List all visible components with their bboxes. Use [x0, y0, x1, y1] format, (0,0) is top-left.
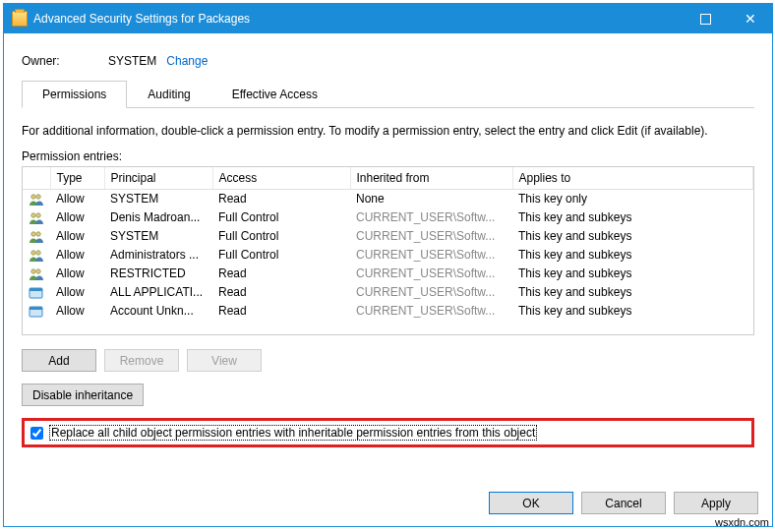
entries-label: Permission entries: — [22, 149, 754, 163]
cell-inherited-from: CURRENT_USER\Softw... — [350, 283, 512, 302]
cell-type: Allow — [50, 246, 104, 265]
cell-applies-to: This key and subkeys — [512, 283, 753, 302]
cell-applies-to: This key and subkeys — [512, 246, 753, 265]
entry-buttons: Add Remove View — [22, 349, 754, 372]
permission-table[interactable]: Type Principal Access Inherited from App… — [22, 166, 754, 335]
svg-point-6 — [31, 251, 35, 255]
table-row[interactable]: AllowSYSTEMFull ControlCURRENT_USER\Soft… — [23, 227, 753, 246]
table-row[interactable]: AllowALL APPLICATI...ReadCURRENT_USER\So… — [23, 283, 753, 302]
change-owner-link[interactable]: Change — [166, 54, 208, 68]
view-button[interactable]: View — [187, 349, 262, 372]
app-icon — [29, 305, 44, 319]
col-inherited-from[interactable]: Inherited from — [350, 167, 512, 190]
disable-inheritance-button[interactable]: Disable inheritance — [22, 384, 144, 406]
tab-effective-access[interactable]: Effective Access — [211, 81, 338, 108]
tab-auditing[interactable]: Auditing — [127, 81, 210, 108]
svg-point-7 — [36, 251, 40, 255]
cell-access: Read — [212, 190, 350, 208]
replace-entries-label[interactable]: Replace all child object permission entr… — [49, 425, 537, 441]
app-icon — [29, 286, 44, 300]
table-row[interactable]: AllowAccount Unkn...ReadCURRENT_USER\Sof… — [23, 302, 753, 321]
cell-inherited-from: CURRENT_USER\Softw... — [350, 246, 512, 265]
cell-inherited-from: None — [350, 190, 512, 208]
svg-point-2 — [31, 213, 35, 217]
cell-principal: Administrators ... — [104, 246, 212, 265]
cell-access: Read — [212, 283, 350, 302]
cell-access: Read — [212, 265, 350, 283]
cell-type: Allow — [50, 227, 104, 246]
col-type[interactable]: Type — [50, 167, 104, 190]
apply-button[interactable]: Apply — [674, 492, 758, 514]
watermark: wsxdn.com — [715, 516, 769, 528]
group-icon — [29, 230, 44, 244]
svg-point-8 — [31, 269, 35, 273]
cell-applies-to: This key and subkeys — [512, 265, 753, 283]
group-icon — [29, 267, 44, 281]
cell-access: Full Control — [212, 208, 350, 227]
table-row[interactable]: AllowDenis Madroan...Full ControlCURRENT… — [23, 208, 753, 227]
content-area: Owner: SYSTEM Change Permissions Auditin… — [4, 33, 772, 482]
system-buttons: ✕ — [639, 4, 772, 33]
minimize-button[interactable] — [639, 4, 684, 33]
cell-type: Allow — [50, 190, 104, 208]
table-row[interactable]: AllowRESTRICTEDReadCURRENT_USER\Softw...… — [23, 265, 753, 283]
svg-rect-11 — [30, 288, 42, 291]
cell-inherited-from: CURRENT_USER\Softw... — [350, 302, 512, 321]
table-row[interactable]: AllowSYSTEMReadNoneThis key only — [23, 190, 753, 208]
group-icon — [29, 211, 44, 225]
cell-principal: ALL APPLICATI... — [104, 283, 212, 302]
owner-value: SYSTEM — [108, 54, 156, 68]
close-button[interactable]: ✕ — [728, 4, 772, 33]
svg-rect-13 — [30, 307, 42, 310]
replace-entries-highlight: Replace all child object permission entr… — [22, 418, 754, 447]
cell-principal: RESTRICTED — [104, 265, 212, 283]
cell-access: Full Control — [212, 227, 350, 246]
cell-principal: SYSTEM — [104, 190, 212, 208]
col-principal[interactable]: Principal — [104, 167, 212, 190]
ok-button[interactable]: OK — [489, 492, 573, 514]
dialog-footer: OK Cancel Apply — [4, 482, 772, 526]
col-applies-to[interactable]: Applies to — [512, 167, 753, 190]
cell-applies-to: This key only — [512, 190, 753, 208]
cell-principal: Denis Madroan... — [104, 208, 212, 227]
cell-applies-to: This key and subkeys — [512, 227, 753, 246]
add-button[interactable]: Add — [22, 349, 96, 372]
cell-principal: Account Unkn... — [104, 302, 212, 321]
tab-strip: Permissions Auditing Effective Access — [22, 80, 754, 108]
cancel-button[interactable]: Cancel — [581, 492, 666, 514]
table-row[interactable]: AllowAdministrators ...Full ControlCURRE… — [23, 246, 753, 265]
svg-point-0 — [31, 195, 35, 199]
folder-icon — [12, 11, 28, 27]
cell-inherited-from: CURRENT_USER\Softw... — [350, 265, 512, 283]
info-text: For additional information, double-click… — [22, 124, 754, 138]
svg-point-3 — [36, 213, 40, 217]
svg-point-5 — [36, 232, 40, 236]
cell-access: Full Control — [212, 246, 350, 265]
cell-type: Allow — [50, 265, 104, 283]
svg-point-9 — [36, 269, 40, 273]
window-title: Advanced Security Settings for Packages — [33, 12, 639, 26]
group-icon — [29, 193, 44, 207]
cell-principal: SYSTEM — [104, 227, 212, 246]
cell-inherited-from: CURRENT_USER\Softw... — [350, 227, 512, 246]
window-frame: Advanced Security Settings for Packages … — [3, 3, 773, 527]
cell-applies-to: This key and subkeys — [512, 302, 753, 321]
cell-type: Allow — [50, 283, 104, 302]
table-header-row: Type Principal Access Inherited from App… — [23, 167, 753, 190]
cell-inherited-from: CURRENT_USER\Softw... — [350, 208, 512, 227]
maximize-button[interactable] — [684, 4, 728, 33]
titlebar: Advanced Security Settings for Packages … — [4, 4, 772, 33]
cell-access: Read — [212, 302, 350, 321]
cell-applies-to: This key and subkeys — [512, 208, 753, 227]
col-access[interactable]: Access — [212, 167, 350, 190]
cell-type: Allow — [50, 302, 104, 321]
svg-point-4 — [31, 232, 35, 236]
replace-entries-checkbox[interactable] — [30, 427, 43, 440]
owner-label: Owner: — [22, 54, 108, 68]
remove-button[interactable]: Remove — [104, 349, 179, 372]
group-icon — [29, 249, 44, 263]
owner-row: Owner: SYSTEM Change — [22, 54, 754, 68]
svg-point-1 — [36, 195, 40, 199]
cell-type: Allow — [50, 208, 104, 227]
tab-permissions[interactable]: Permissions — [22, 81, 127, 108]
